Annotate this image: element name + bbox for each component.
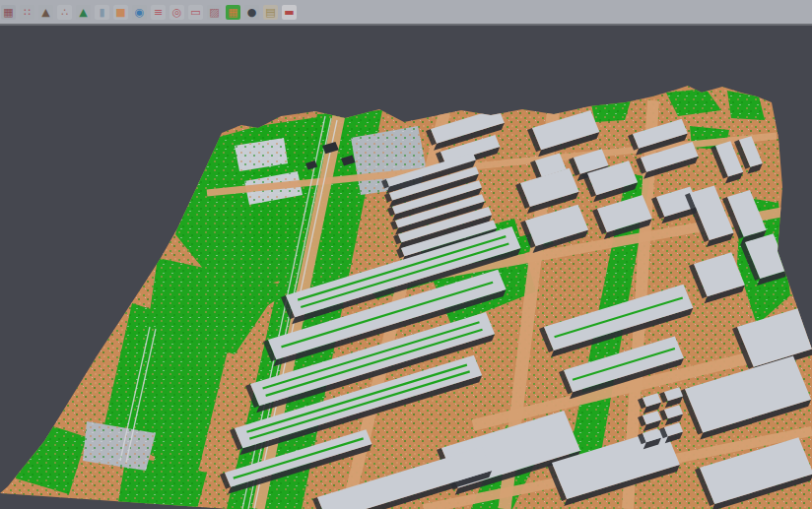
green-hill-icon[interactable]: ▲: [76, 5, 91, 20]
scatter-points-icon[interactable]: ∷: [20, 5, 34, 20]
terrain-mound-icon[interactable]: ▲: [38, 5, 53, 20]
selection-box-icon[interactable]: ▭: [188, 5, 203, 20]
classify-tool-icon[interactable]: ▦: [1, 5, 16, 20]
globe-icon[interactable]: ◉: [132, 5, 147, 20]
dark-sphere-icon[interactable]: ●: [244, 5, 259, 20]
ortho-tile-icon[interactable]: ■: [113, 5, 128, 20]
scene-canvas: [0, 28, 812, 509]
clip-grid-icon[interactable]: ▨: [207, 5, 222, 20]
annotation-icon[interactable]: ▤: [263, 5, 278, 20]
toolbar: ▦∷▲∴▲▮■◉≡◎▭▨▦●▤▬: [0, 0, 812, 26]
profile-lines-icon[interactable]: ≡: [151, 5, 166, 20]
sparse-points-icon[interactable]: ∴: [57, 5, 72, 20]
application-window: ▦∷▲∴▲▮■◉≡◎▭▨▦●▤▬: [0, 0, 812, 509]
flag-stripe-icon[interactable]: ▬: [282, 5, 297, 20]
terrain-mesh: [0, 28, 812, 509]
target-ring-icon[interactable]: ◎: [169, 5, 184, 20]
viewport-3d[interactable]: [0, 28, 812, 509]
column-panel-icon[interactable]: ▮: [95, 5, 109, 20]
classified-map-icon[interactable]: ▦: [226, 5, 240, 20]
